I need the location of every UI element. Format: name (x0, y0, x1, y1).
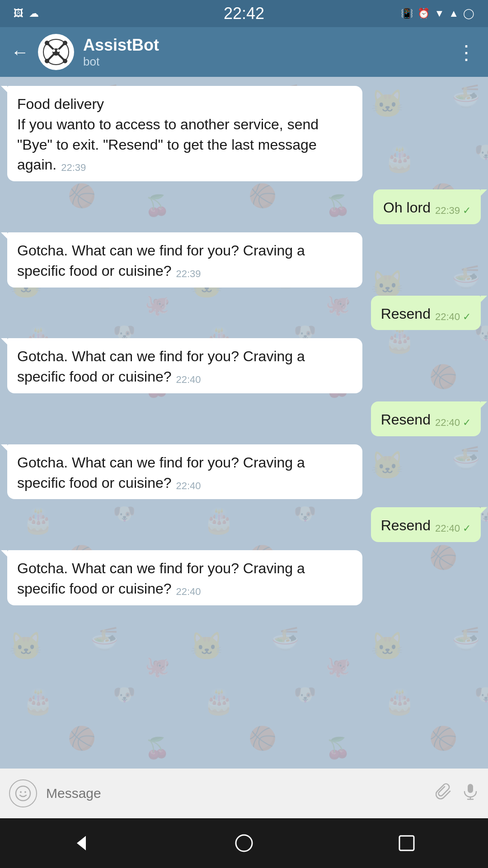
message-text: Gotcha. What can we find for you? Cravin… (17, 560, 305, 597)
message-row: Gotcha. What can we find for you? Cravin… (7, 232, 481, 288)
message-row: Food deliveryIf you wanto to access to a… (7, 86, 481, 181)
mic-icon (462, 783, 479, 800)
svg-point-3 (45, 41, 49, 45)
message-checkmark: ✓ (463, 522, 471, 536)
svg-point-5 (45, 59, 49, 63)
bot-status: bot (83, 55, 456, 69)
input-bar (0, 769, 488, 818)
message-text: Oh lord (383, 199, 431, 216)
nav-recent-button[interactable] (397, 833, 417, 853)
signal-icon: ▲ (449, 8, 459, 19)
message-row: Oh lord22:39✓ (7, 189, 481, 224)
back-button[interactable]: ← (11, 42, 29, 62)
message-bubble: Resend22:40✓ (371, 296, 481, 330)
message-meta: 22:39 (61, 161, 86, 175)
nav-back-button[interactable] (71, 833, 91, 853)
svg-point-17 (236, 835, 252, 851)
bot-name: AssistBot (83, 36, 456, 55)
svg-rect-18 (399, 836, 414, 850)
status-bar-right: 📳 ⏰ ▼ ▲ ◯ (401, 8, 474, 19)
message-time: 22:39 (61, 161, 86, 175)
status-time: 22:42 (224, 4, 264, 23)
svg-point-12 (24, 791, 26, 793)
message-text: Resend (381, 411, 431, 428)
message-bubble: Oh lord22:39✓ (373, 189, 481, 224)
svg-point-9 (57, 49, 60, 52)
message-meta: 22:40 (176, 585, 201, 599)
message-meta: 22:40 (176, 479, 201, 493)
message-row: Resend22:40✓ (7, 401, 481, 436)
message-bubble: Resend22:40✓ (371, 401, 481, 436)
message-text: Gotcha. What can we find for you? Cravin… (17, 348, 305, 385)
message-row: Gotcha. What can we find for you? Cravin… (7, 444, 481, 500)
nav-bar (0, 818, 488, 868)
attach-button[interactable] (436, 783, 453, 804)
svg-rect-13 (468, 784, 473, 793)
message-time: 22:40 (176, 585, 201, 599)
chat-area: Food deliveryIf you wanto to access to a… (0, 77, 488, 769)
vibrate-icon: 📳 (401, 8, 413, 19)
message-time: 22:39 (176, 267, 201, 281)
menu-button[interactable]: ⋮ (456, 41, 477, 64)
message-time: 22:39 (435, 204, 460, 218)
message-bubble: Food deliveryIf you wanto to access to a… (7, 86, 362, 181)
message-time: 22:40 (176, 479, 201, 493)
message-input[interactable] (46, 778, 427, 809)
svg-point-8 (52, 49, 55, 52)
message-row: Resend22:40✓ (7, 296, 481, 330)
message-text: Resend (381, 306, 431, 322)
attach-icon (436, 783, 453, 800)
message-row: Resend22:40✓ (7, 507, 481, 542)
nav-home-button[interactable] (234, 833, 254, 853)
message-bubble: Gotcha. What can we find for you? Cravin… (7, 550, 362, 605)
header-info: AssistBot bot (83, 36, 456, 69)
message-bubble: Gotcha. What can we find for you? Cravin… (7, 338, 362, 393)
svg-marker-16 (77, 836, 86, 850)
emoji-icon (15, 785, 31, 802)
message-checkmark: ✓ (463, 416, 471, 430)
message-bubble: Gotcha. What can we find for you? Cravin… (7, 444, 362, 500)
svg-point-4 (63, 41, 67, 45)
chat-header: ← AssistBot bot ⋮ (0, 27, 488, 77)
bot-avatar (38, 34, 74, 70)
message-time: 22:40 (176, 373, 201, 387)
nav-back-icon (71, 833, 91, 853)
message-text: Gotcha. What can we find for you? Cravin… (17, 454, 305, 491)
message-meta: 22:39✓ (435, 204, 471, 218)
message-checkmark: ✓ (463, 310, 471, 324)
message-meta: 22:40✓ (435, 416, 471, 430)
emoji-button[interactable] (9, 779, 37, 807)
battery-icon: ◯ (463, 8, 474, 19)
svg-point-11 (20, 791, 22, 793)
nav-home-icon (234, 833, 254, 853)
message-row: Gotcha. What can we find for you? Cravin… (7, 338, 481, 393)
message-time: 22:40 (435, 310, 460, 324)
alarm-icon: ⏰ (418, 8, 430, 19)
message-bubble: Resend22:40✓ (371, 507, 481, 542)
message-text: Gotcha. What can we find for you? Cravin… (17, 242, 305, 279)
status-bar: 🖼 ☁ 22:42 📳 ⏰ ▼ ▲ ◯ (0, 0, 488, 27)
message-meta: 22:40 (176, 373, 201, 387)
message-meta: 22:40✓ (435, 310, 471, 324)
message-bubble: Gotcha. What can we find for you? Cravin… (7, 232, 362, 288)
wifi-icon: ▼ (434, 8, 444, 19)
status-bar-left: 🖼 ☁ (14, 8, 39, 19)
nav-recent-icon (397, 833, 417, 853)
message-time: 22:40 (435, 522, 460, 536)
mic-button[interactable] (462, 783, 479, 804)
message-meta: 22:40✓ (435, 522, 471, 536)
svg-point-10 (16, 786, 30, 801)
image-icon: 🖼 (14, 8, 23, 19)
cloud-icon: ☁ (29, 8, 39, 19)
message-time: 22:40 (435, 416, 460, 430)
svg-point-6 (63, 59, 67, 63)
message-checkmark: ✓ (463, 204, 471, 218)
message-row: Gotcha. What can we find for you? Cravin… (7, 550, 481, 605)
message-meta: 22:39 (176, 267, 201, 281)
message-text: Resend (381, 517, 431, 533)
